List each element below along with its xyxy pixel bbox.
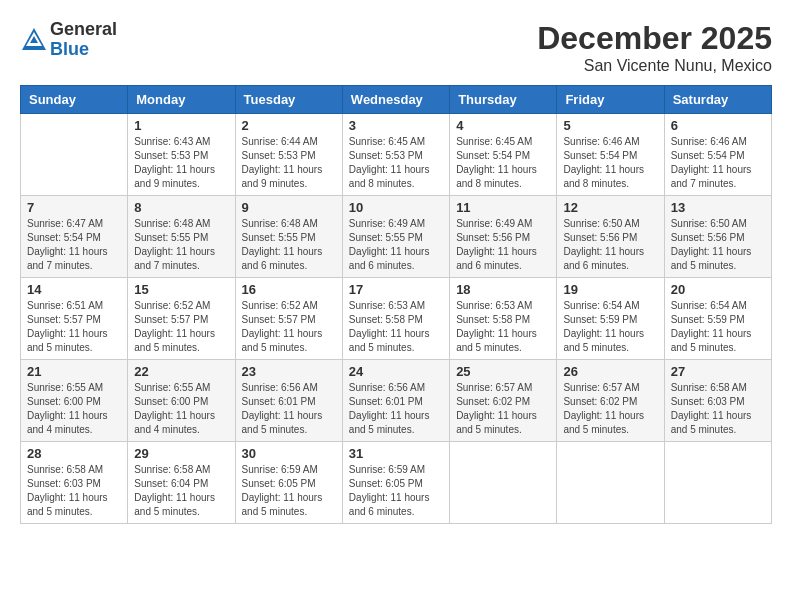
day-number: 16	[242, 282, 336, 297]
calendar-week-row: 1Sunrise: 6:43 AMSunset: 5:53 PMDaylight…	[21, 114, 772, 196]
day-info: Sunrise: 6:55 AMSunset: 6:00 PMDaylight:…	[27, 381, 121, 437]
day-number: 7	[27, 200, 121, 215]
day-number: 21	[27, 364, 121, 379]
day-number: 14	[27, 282, 121, 297]
day-number: 3	[349, 118, 443, 133]
table-row: 22Sunrise: 6:55 AMSunset: 6:00 PMDayligh…	[128, 360, 235, 442]
calendar-week-row: 7Sunrise: 6:47 AMSunset: 5:54 PMDaylight…	[21, 196, 772, 278]
header-friday: Friday	[557, 86, 664, 114]
table-row: 11Sunrise: 6:49 AMSunset: 5:56 PMDayligh…	[450, 196, 557, 278]
calendar-week-row: 14Sunrise: 6:51 AMSunset: 5:57 PMDayligh…	[21, 278, 772, 360]
day-info: Sunrise: 6:45 AMSunset: 5:53 PMDaylight:…	[349, 135, 443, 191]
day-info: Sunrise: 6:45 AMSunset: 5:54 PMDaylight:…	[456, 135, 550, 191]
day-info: Sunrise: 6:57 AMSunset: 6:02 PMDaylight:…	[563, 381, 657, 437]
day-info: Sunrise: 6:57 AMSunset: 6:02 PMDaylight:…	[456, 381, 550, 437]
day-number: 19	[563, 282, 657, 297]
table-row	[21, 114, 128, 196]
logo-icon	[20, 26, 48, 54]
table-row: 28Sunrise: 6:58 AMSunset: 6:03 PMDayligh…	[21, 442, 128, 524]
day-number: 13	[671, 200, 765, 215]
day-info: Sunrise: 6:56 AMSunset: 6:01 PMDaylight:…	[349, 381, 443, 437]
day-info: Sunrise: 6:54 AMSunset: 5:59 PMDaylight:…	[671, 299, 765, 355]
table-row: 7Sunrise: 6:47 AMSunset: 5:54 PMDaylight…	[21, 196, 128, 278]
day-info: Sunrise: 6:54 AMSunset: 5:59 PMDaylight:…	[563, 299, 657, 355]
day-info: Sunrise: 6:58 AMSunset: 6:03 PMDaylight:…	[671, 381, 765, 437]
day-number: 11	[456, 200, 550, 215]
day-info: Sunrise: 6:48 AMSunset: 5:55 PMDaylight:…	[242, 217, 336, 273]
day-number: 27	[671, 364, 765, 379]
day-info: Sunrise: 6:59 AMSunset: 6:05 PMDaylight:…	[242, 463, 336, 519]
table-row: 3Sunrise: 6:45 AMSunset: 5:53 PMDaylight…	[342, 114, 449, 196]
day-info: Sunrise: 6:55 AMSunset: 6:00 PMDaylight:…	[134, 381, 228, 437]
day-info: Sunrise: 6:59 AMSunset: 6:05 PMDaylight:…	[349, 463, 443, 519]
table-row: 5Sunrise: 6:46 AMSunset: 5:54 PMDaylight…	[557, 114, 664, 196]
page-header: General Blue December 2025 San Vicente N…	[20, 20, 772, 75]
day-info: Sunrise: 6:49 AMSunset: 5:56 PMDaylight:…	[456, 217, 550, 273]
day-number: 15	[134, 282, 228, 297]
day-number: 26	[563, 364, 657, 379]
day-info: Sunrise: 6:49 AMSunset: 5:55 PMDaylight:…	[349, 217, 443, 273]
day-info: Sunrise: 6:46 AMSunset: 5:54 PMDaylight:…	[671, 135, 765, 191]
table-row: 15Sunrise: 6:52 AMSunset: 5:57 PMDayligh…	[128, 278, 235, 360]
table-row: 21Sunrise: 6:55 AMSunset: 6:00 PMDayligh…	[21, 360, 128, 442]
month-year-title: December 2025	[537, 20, 772, 57]
day-number: 31	[349, 446, 443, 461]
table-row: 29Sunrise: 6:58 AMSunset: 6:04 PMDayligh…	[128, 442, 235, 524]
table-row: 27Sunrise: 6:58 AMSunset: 6:03 PMDayligh…	[664, 360, 771, 442]
table-row: 10Sunrise: 6:49 AMSunset: 5:55 PMDayligh…	[342, 196, 449, 278]
day-info: Sunrise: 6:58 AMSunset: 6:04 PMDaylight:…	[134, 463, 228, 519]
table-row: 2Sunrise: 6:44 AMSunset: 5:53 PMDaylight…	[235, 114, 342, 196]
table-row	[557, 442, 664, 524]
day-number: 5	[563, 118, 657, 133]
table-row: 30Sunrise: 6:59 AMSunset: 6:05 PMDayligh…	[235, 442, 342, 524]
day-info: Sunrise: 6:56 AMSunset: 6:01 PMDaylight:…	[242, 381, 336, 437]
day-number: 22	[134, 364, 228, 379]
location-subtitle: San Vicente Nunu, Mexico	[537, 57, 772, 75]
table-row: 26Sunrise: 6:57 AMSunset: 6:02 PMDayligh…	[557, 360, 664, 442]
table-row: 1Sunrise: 6:43 AMSunset: 5:53 PMDaylight…	[128, 114, 235, 196]
table-row: 20Sunrise: 6:54 AMSunset: 5:59 PMDayligh…	[664, 278, 771, 360]
logo-blue-text: Blue	[50, 40, 117, 60]
day-number: 24	[349, 364, 443, 379]
day-number: 28	[27, 446, 121, 461]
header-thursday: Thursday	[450, 86, 557, 114]
table-row: 16Sunrise: 6:52 AMSunset: 5:57 PMDayligh…	[235, 278, 342, 360]
day-number: 1	[134, 118, 228, 133]
table-row: 25Sunrise: 6:57 AMSunset: 6:02 PMDayligh…	[450, 360, 557, 442]
table-row: 9Sunrise: 6:48 AMSunset: 5:55 PMDaylight…	[235, 196, 342, 278]
header-sunday: Sunday	[21, 86, 128, 114]
header-saturday: Saturday	[664, 86, 771, 114]
day-info: Sunrise: 6:53 AMSunset: 5:58 PMDaylight:…	[349, 299, 443, 355]
day-number: 29	[134, 446, 228, 461]
day-info: Sunrise: 6:51 AMSunset: 5:57 PMDaylight:…	[27, 299, 121, 355]
day-number: 10	[349, 200, 443, 215]
calendar-week-row: 28Sunrise: 6:58 AMSunset: 6:03 PMDayligh…	[21, 442, 772, 524]
table-row: 8Sunrise: 6:48 AMSunset: 5:55 PMDaylight…	[128, 196, 235, 278]
day-info: Sunrise: 6:48 AMSunset: 5:55 PMDaylight:…	[134, 217, 228, 273]
table-row: 6Sunrise: 6:46 AMSunset: 5:54 PMDaylight…	[664, 114, 771, 196]
day-info: Sunrise: 6:58 AMSunset: 6:03 PMDaylight:…	[27, 463, 121, 519]
header-wednesday: Wednesday	[342, 86, 449, 114]
day-number: 23	[242, 364, 336, 379]
table-row: 17Sunrise: 6:53 AMSunset: 5:58 PMDayligh…	[342, 278, 449, 360]
day-info: Sunrise: 6:50 AMSunset: 5:56 PMDaylight:…	[671, 217, 765, 273]
day-number: 30	[242, 446, 336, 461]
day-info: Sunrise: 6:52 AMSunset: 5:57 PMDaylight:…	[242, 299, 336, 355]
day-info: Sunrise: 6:50 AMSunset: 5:56 PMDaylight:…	[563, 217, 657, 273]
calendar-week-row: 21Sunrise: 6:55 AMSunset: 6:00 PMDayligh…	[21, 360, 772, 442]
day-number: 8	[134, 200, 228, 215]
day-info: Sunrise: 6:47 AMSunset: 5:54 PMDaylight:…	[27, 217, 121, 273]
table-row: 12Sunrise: 6:50 AMSunset: 5:56 PMDayligh…	[557, 196, 664, 278]
table-row: 4Sunrise: 6:45 AMSunset: 5:54 PMDaylight…	[450, 114, 557, 196]
day-info: Sunrise: 6:52 AMSunset: 5:57 PMDaylight:…	[134, 299, 228, 355]
table-row: 31Sunrise: 6:59 AMSunset: 6:05 PMDayligh…	[342, 442, 449, 524]
table-row	[664, 442, 771, 524]
table-row: 14Sunrise: 6:51 AMSunset: 5:57 PMDayligh…	[21, 278, 128, 360]
logo: General Blue	[20, 20, 117, 60]
table-row: 13Sunrise: 6:50 AMSunset: 5:56 PMDayligh…	[664, 196, 771, 278]
table-row	[450, 442, 557, 524]
day-info: Sunrise: 6:46 AMSunset: 5:54 PMDaylight:…	[563, 135, 657, 191]
table-row: 18Sunrise: 6:53 AMSunset: 5:58 PMDayligh…	[450, 278, 557, 360]
day-info: Sunrise: 6:43 AMSunset: 5:53 PMDaylight:…	[134, 135, 228, 191]
day-number: 25	[456, 364, 550, 379]
